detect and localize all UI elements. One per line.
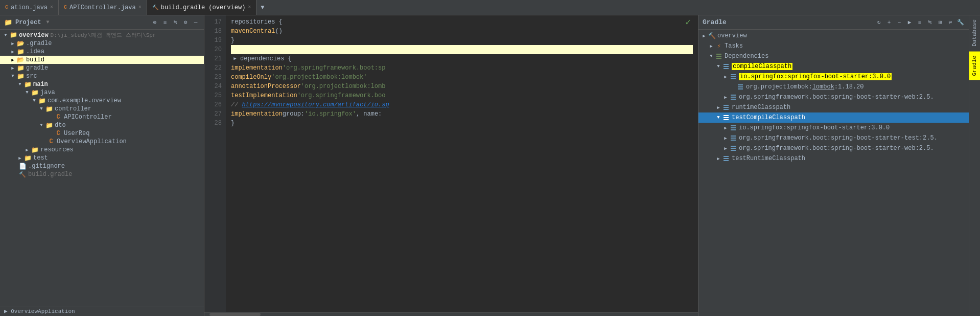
dep-icon [729, 145, 737, 151]
minimize-icon[interactable]: — [192, 18, 200, 27]
gradle-title: Gradle [703, 18, 727, 26]
arrow-icon: ▼ [31, 98, 38, 103]
tree-item-controller[interactable]: ▼ 📁 controller [0, 105, 204, 113]
tree-item-gradle[interactable]: ▶ 📁 gradle [0, 64, 204, 72]
tab-dropdown[interactable]: ▼ [256, 4, 268, 11]
panel-icons: ⊕ ≡ ≒ ⚙ — [151, 18, 200, 27]
tree-label: resources [40, 146, 74, 153]
gradle-item-spring-web-compile[interactable]: ▶ org.springframework.boot:spring-boot-s… [698, 92, 969, 102]
svg-rect-12 [731, 95, 736, 96]
run-icon[interactable]: ▶ [905, 18, 914, 27]
tree-label: APIController [64, 114, 112, 121]
locate-icon[interactable]: ⊕ [151, 18, 159, 27]
gradle-icon: 🔨 [152, 5, 158, 11]
close-icon[interactable]: × [50, 5, 53, 10]
tree-item-main[interactable]: ▼ 📁 main [0, 80, 204, 88]
expand-arrow[interactable]: ▶ [231, 55, 239, 63]
tree-item-java[interactable]: ▼ 📁 java [0, 88, 204, 97]
tree-item-overview[interactable]: ▼ 📁 overview D:\ji_study\패캠 백엔드 스터디\Spr [0, 31, 204, 39]
line-num: 23 [204, 73, 222, 82]
panel-dropdown[interactable]: ▼ [46, 19, 49, 25]
collapse-icon[interactable]: ≡ [161, 18, 169, 27]
folder-icon: 📂 [16, 57, 25, 63]
gradle-item-springfox-compile[interactable]: ▶ io.springfox:springfox-boot-starter:3.… [698, 72, 969, 82]
editor-scrollbar-h[interactable] [204, 312, 698, 316]
svg-rect-26 [731, 140, 736, 141]
svg-rect-18 [724, 115, 729, 116]
gradle-item-compile-classpath[interactable]: ▼ compileClasspath [698, 61, 969, 72]
gradle-item-test-runtime-classpath[interactable]: ▶ testRuntimeClasspath [698, 153, 969, 164]
sidebar-tab-gradle[interactable]: Gradle [969, 52, 981, 80]
code-text: repositories { [231, 17, 283, 27]
deps-icon [715, 53, 723, 59]
remove-icon[interactable]: − [895, 18, 903, 27]
tree-item-build[interactable]: ▶ 📂 build [0, 56, 204, 64]
tree-item-resources[interactable]: ▶ 📁 resources [0, 146, 204, 154]
tree-item-overviewapp[interactable]: C OverviewApplication [0, 138, 204, 146]
gradle-item-springfox-test[interactable]: ▶ io.springfox:springfox-boot-starter:3.… [698, 123, 969, 133]
arrow-icon: ▶ [715, 105, 722, 110]
gradle-item-test-compile-classpath[interactable]: ▼ testCompileClasspath [698, 112, 969, 123]
tree-item-dto[interactable]: ▼ 📁 dto [0, 121, 204, 129]
gradle-item-tasks[interactable]: ▶ ⚡ Tasks [698, 41, 969, 51]
tab-build-gradle[interactable]: 🔨 build.gradle (overview) × [147, 0, 257, 15]
tree-item-build-gradle[interactable]: 🔨 build.gradle [0, 170, 204, 178]
grid-icon[interactable]: ⊞ [936, 18, 944, 27]
scrollbar-thumb [209, 313, 261, 316]
tree-item-src[interactable]: ▼ 📁 src [0, 72, 204, 80]
folder-icon: 📁 [38, 98, 46, 104]
wrench-icon[interactable]: 🔧 [956, 18, 965, 27]
add-icon[interactable]: + [885, 18, 893, 27]
link-icon[interactable]: ⇌ [946, 18, 954, 27]
gradle-item-spring-test[interactable]: ▶ org.springframework.boot:spring-boot-s… [698, 133, 969, 143]
tree-item-userreq[interactable]: C UserReq [0, 129, 204, 138]
line-num: 27 [204, 109, 222, 119]
tree-item-gradle-hidden[interactable]: ▶ 📂 .gradle [0, 39, 204, 48]
refresh-icon[interactable]: ↻ [875, 18, 883, 27]
folder-icon: 📂 [16, 40, 25, 47]
tab-apicontroller[interactable]: C APIController.java × [59, 0, 147, 15]
folder-icon: 📁 [16, 73, 25, 79]
tab-ation-java[interactable]: C ation.java × [0, 0, 59, 15]
svg-rect-13 [731, 97, 736, 98]
tree-item-idea[interactable]: ▶ 📁 .idea [0, 48, 204, 56]
svg-rect-25 [731, 138, 736, 139]
gradle-file-icon: 🔨 [18, 171, 27, 177]
arrow-icon: ▶ [9, 41, 16, 47]
sidebar-tab-database[interactable]: Database [969, 15, 981, 51]
tree-item-com-example-overview[interactable]: ▼ 📁 com.example.overview [0, 97, 204, 105]
folder-icon: 📁 [31, 89, 39, 96]
svg-rect-19 [724, 117, 729, 118]
arrow-icon: ▼ [16, 82, 24, 87]
line-num: 24 [204, 82, 222, 91]
gradle-item-dependencies[interactable]: ▼ Dependencies [698, 51, 969, 61]
code-area[interactable]: repositories { mavenCentral() } ▶ [226, 15, 698, 312]
arrow-icon: ▼ [38, 106, 45, 111]
tree-item-gitignore[interactable]: 📄 .gitignore [0, 162, 204, 170]
tree-item-apicontroller[interactable]: C APIController [0, 113, 204, 121]
close-icon[interactable]: × [138, 5, 142, 10]
editor-content: 17 18 19 20 21 22 23 24 25 26 27 28 repo… [204, 15, 698, 312]
gradle-item-lombok[interactable]: org.projectlombok:lombok:1.18.20 [698, 82, 969, 92]
tree-label: java [40, 89, 55, 96]
collapse-all-icon[interactable]: ≡ [916, 18, 924, 27]
gradle-item-runtime-classpath[interactable]: ▶ runtimeClasspath [698, 102, 969, 112]
expand-all-icon[interactable]: ≒ [926, 18, 934, 27]
settings-icon[interactable]: ⚙ [181, 18, 190, 27]
tree-label: .gradle [26, 40, 52, 47]
line-num: 21 [204, 54, 222, 63]
tree-item-test[interactable]: ▶ 📁 test [0, 154, 204, 162]
tree-label: test [33, 154, 48, 162]
gradle-item-spring-web-test[interactable]: ▶ org.springframework.boot:spring-boot-s… [698, 143, 969, 153]
code-line-26: // https://mvnrepository.com/artifact/io… [231, 100, 693, 109]
code-text: } [231, 36, 235, 45]
close-icon[interactable]: × [248, 5, 251, 10]
svg-rect-14 [731, 99, 736, 100]
classpath-icon [722, 63, 730, 70]
expand-icon[interactable]: ≒ [171, 18, 179, 27]
gradle-item-overview[interactable]: ▶ 🔨 overview [698, 31, 969, 41]
main-content: 📁 Project ▼ ⊕ ≡ ≒ ⚙ — ▼ 📁 overview D:\ji… [0, 15, 980, 316]
arrow-icon: ▼ [2, 33, 9, 38]
tree-label: overview [19, 32, 49, 39]
project-tree: ▼ 📁 overview D:\ji_study\패캠 백엔드 스터디\Spr … [0, 30, 204, 306]
